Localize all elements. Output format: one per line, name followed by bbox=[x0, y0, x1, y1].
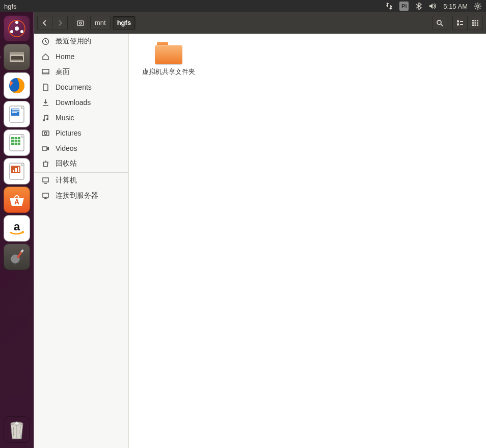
sidebar-trash[interactable]: 回收站 bbox=[34, 156, 128, 171]
svg-rect-27 bbox=[18, 167, 19, 172]
svg-rect-49 bbox=[477, 20, 478, 21]
launcher-firefox[interactable] bbox=[4, 72, 30, 99]
sidebar-item-label: 回收站 bbox=[56, 159, 77, 168]
window-title: hgfs bbox=[4, 3, 17, 10]
svg-rect-43 bbox=[457, 20, 459, 22]
trash-icon bbox=[41, 160, 49, 168]
clock[interactable]: 5:15 AM bbox=[443, 3, 468, 10]
svg-rect-44 bbox=[457, 23, 459, 25]
launcher-trash[interactable] bbox=[4, 416, 30, 443]
sidebar-computer[interactable]: 计算机 bbox=[34, 173, 128, 188]
svg-rect-26 bbox=[15, 168, 17, 172]
search-button[interactable] bbox=[432, 16, 447, 30]
sidebar-item-label: 连接到服务器 bbox=[56, 191, 98, 200]
sidebar-item-label: 最近使用的 bbox=[56, 37, 91, 46]
svg-rect-46 bbox=[460, 24, 463, 25]
view-list-button[interactable] bbox=[452, 16, 468, 30]
svg-rect-47 bbox=[472, 20, 474, 21]
sidebar-videos[interactable]: Videos bbox=[34, 141, 128, 156]
sidebar-downloads[interactable]: Downloads bbox=[34, 95, 128, 110]
folder-item[interactable]: 虚拟机共享文件夹 bbox=[138, 42, 199, 76]
network-icon[interactable] bbox=[385, 2, 393, 10]
svg-rect-66 bbox=[43, 193, 48, 197]
svg-rect-64 bbox=[43, 178, 48, 182]
svg-line-7 bbox=[475, 8, 476, 9]
svg-rect-25 bbox=[13, 170, 14, 172]
input-method-indicator[interactable]: Pi bbox=[399, 2, 409, 11]
session-gear-icon[interactable] bbox=[474, 2, 482, 10]
svg-rect-17 bbox=[11, 60, 22, 61]
view-grid-button[interactable] bbox=[468, 16, 483, 30]
sidebar-item-label: Pictures bbox=[56, 129, 82, 137]
desktop: A a mnt hgfs bbox=[0, 12, 486, 448]
svg-point-40 bbox=[79, 22, 82, 24]
launcher-files[interactable] bbox=[4, 44, 30, 70]
computer-icon bbox=[41, 176, 49, 185]
svg-point-11 bbox=[15, 21, 18, 24]
server-icon bbox=[41, 192, 49, 200]
svg-rect-63 bbox=[42, 147, 47, 150]
forward-button[interactable] bbox=[52, 16, 68, 30]
svg-rect-48 bbox=[474, 20, 476, 21]
svg-line-6 bbox=[479, 8, 480, 9]
documents-icon bbox=[41, 83, 49, 91]
svg-rect-50 bbox=[472, 22, 474, 23]
home-icon bbox=[41, 52, 49, 61]
svg-point-10 bbox=[15, 27, 19, 31]
sidebar-item-label: 计算机 bbox=[56, 176, 77, 185]
sound-icon[interactable] bbox=[429, 2, 437, 10]
svg-line-42 bbox=[441, 24, 443, 26]
videos-icon bbox=[41, 144, 49, 152]
svg-rect-51 bbox=[474, 22, 476, 23]
launcher-calc[interactable] bbox=[4, 129, 30, 156]
sidebar-item-label: Downloads bbox=[56, 98, 91, 107]
svg-point-0 bbox=[477, 5, 479, 7]
back-button[interactable] bbox=[37, 16, 52, 30]
svg-rect-55 bbox=[477, 24, 478, 26]
svg-point-60 bbox=[46, 118, 48, 120]
svg-rect-57 bbox=[42, 69, 49, 74]
launcher-settings[interactable] bbox=[4, 244, 30, 270]
svg-rect-54 bbox=[474, 24, 476, 26]
svg-point-62 bbox=[44, 132, 47, 135]
sidebar-item-label: Documents bbox=[56, 83, 92, 91]
svg-rect-45 bbox=[460, 21, 463, 22]
svg-rect-15 bbox=[10, 52, 24, 55]
bluetooth-icon[interactable] bbox=[415, 2, 423, 10]
launcher-writer[interactable] bbox=[4, 101, 30, 127]
sidebar-pictures[interactable]: Pictures bbox=[34, 125, 128, 141]
sidebar-desktop[interactable]: 桌面 bbox=[34, 64, 128, 80]
svg-line-5 bbox=[475, 4, 476, 5]
desktop-icon bbox=[41, 68, 49, 76]
content-area[interactable]: 虚拟机共享文件夹 bbox=[129, 34, 486, 448]
launcher-amazon[interactable]: a bbox=[4, 215, 30, 242]
sidebar-recent[interactable]: 最近使用的 bbox=[34, 34, 128, 49]
pictures-icon bbox=[41, 129, 49, 137]
sidebar-connect-server[interactable]: 连接到服务器 bbox=[34, 188, 128, 203]
svg-point-59 bbox=[43, 119, 45, 121]
music-icon bbox=[41, 114, 49, 122]
clock-icon bbox=[41, 37, 49, 45]
folder-name: 虚拟机共享文件夹 bbox=[142, 67, 195, 76]
launcher-dash[interactable] bbox=[4, 15, 30, 42]
launcher: A a bbox=[0, 12, 34, 448]
system-tray: Pi 5:15 AM bbox=[385, 2, 482, 11]
sidebar: 最近使用的 Home 桌面 Documents Downloads bbox=[34, 34, 129, 448]
svg-rect-53 bbox=[472, 24, 474, 26]
svg-line-8 bbox=[479, 4, 480, 5]
svg-point-13 bbox=[20, 30, 23, 33]
svg-text:A: A bbox=[14, 198, 19, 206]
launcher-impress[interactable] bbox=[4, 158, 30, 185]
breadcrumb-hgfs[interactable]: hgfs bbox=[113, 16, 136, 30]
svg-text:a: a bbox=[14, 220, 20, 233]
sidebar-home[interactable]: Home bbox=[34, 49, 128, 64]
sidebar-music[interactable]: Music bbox=[34, 110, 128, 125]
files-window: mnt hgfs 最近使用的 bbox=[34, 12, 486, 448]
breadcrumb-mnt[interactable]: mnt bbox=[90, 16, 111, 30]
sidebar-documents[interactable]: Documents bbox=[34, 80, 128, 95]
svg-rect-22 bbox=[11, 137, 20, 145]
toolbar: mnt hgfs bbox=[34, 12, 486, 34]
launcher-software[interactable]: A bbox=[4, 187, 30, 213]
folder-icon bbox=[155, 42, 182, 64]
path-root-button[interactable] bbox=[73, 16, 88, 30]
